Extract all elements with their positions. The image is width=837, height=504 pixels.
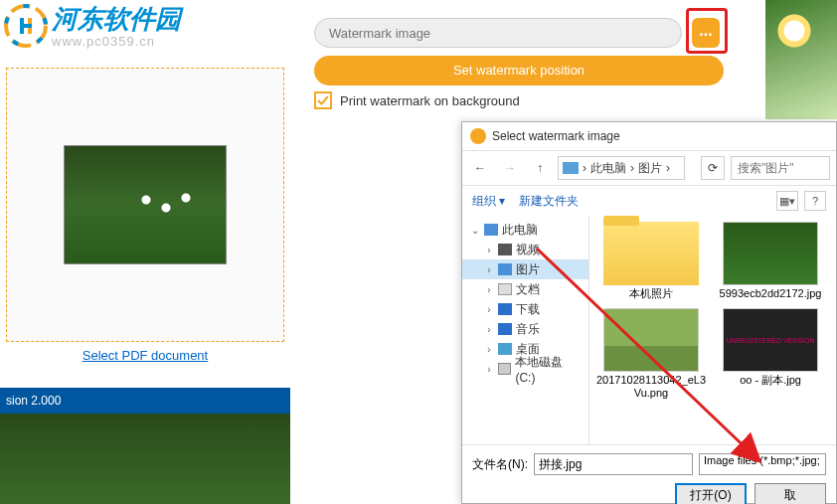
- view-mode-button[interactable]: ▦▾: [776, 191, 798, 211]
- breadcrumb-sep: ›: [583, 161, 586, 175]
- breadcrumb-sep: ›: [630, 161, 634, 175]
- file-item[interactable]: UNREGISTERED VERSION oo - 副本.jpg: [715, 308, 826, 400]
- tree-disk-c[interactable]: ›本地磁盘 (C:): [462, 359, 588, 379]
- tree-pictures[interactable]: ›图片: [462, 259, 588, 279]
- svg-rect-4: [20, 24, 32, 28]
- dialog-title: Select watermark image: [492, 129, 620, 143]
- nav-forward-button[interactable]: →: [498, 156, 522, 180]
- filetype-filter[interactable]: Image files (*.bmp;*.jpg;: [699, 453, 826, 475]
- tree-music[interactable]: ›音乐: [462, 319, 588, 339]
- drive-icon: [563, 162, 579, 174]
- dialog-titlebar: Select watermark image: [462, 122, 836, 150]
- tree-thispc[interactable]: ⌄此电脑: [462, 220, 588, 240]
- nav-up-button[interactable]: ↑: [528, 156, 552, 180]
- logo-text: 河东软件园: [52, 2, 181, 37]
- print-background-label: Print watermark on background: [340, 93, 520, 108]
- nav-path-bar[interactable]: › 此电脑 › 图片 ›: [558, 156, 685, 180]
- dialog-nav: ← → ↑ › 此电脑 › 图片 › ⟳: [462, 150, 836, 186]
- right-background: [765, 0, 837, 119]
- logo-url: www.pc0359.cn: [52, 34, 155, 49]
- tree-downloads[interactable]: ›下载: [462, 299, 588, 319]
- version-bar: sion 2.000: [0, 388, 290, 414]
- print-background-checkbox[interactable]: [314, 91, 332, 109]
- dialog-icon: [470, 128, 486, 144]
- image-thumbnail: UNREGISTERED VERSION: [723, 308, 818, 372]
- cancel-button[interactable]: 取: [754, 483, 826, 504]
- breadcrumb-folder[interactable]: 图片: [638, 160, 662, 177]
- file-item[interactable]: 20171028113042_eL3Vu.png: [595, 308, 707, 400]
- select-pdf-link[interactable]: Select PDF document: [83, 348, 208, 363]
- nav-refresh-button[interactable]: ⟳: [701, 156, 725, 180]
- pdf-thumbnail: [64, 145, 227, 264]
- toolbar-organize[interactable]: 组织 ▾: [472, 193, 505, 210]
- folder-icon: [603, 222, 699, 285]
- folder-tree: ⌄此电脑 ›视频 ›图片 ›文档 ›下载 ›音乐 ›桌面 ›本地磁盘 (C:): [462, 216, 589, 444]
- nav-search-input[interactable]: [731, 156, 830, 180]
- file-item[interactable]: 5993ecb2dd2172.jpg: [715, 222, 826, 300]
- open-button[interactable]: 打开(O): [675, 483, 747, 504]
- filename-label: 文件名(N):: [472, 456, 528, 473]
- breadcrumb-sep: ›: [666, 161, 670, 175]
- tree-docs[interactable]: ›文档: [462, 279, 588, 299]
- dialog-toolbar: 组织 ▾ 新建文件夹 ▦▾ ?: [462, 186, 836, 216]
- browse-watermark-button[interactable]: ...: [692, 18, 720, 48]
- background-strip: [0, 414, 290, 504]
- dialog-bottom: 文件名(N): Image files (*.bmp;*.jpg; 打开(O) …: [462, 444, 836, 504]
- tree-video[interactable]: ›视频: [462, 240, 588, 259]
- help-button[interactable]: ?: [804, 191, 826, 211]
- image-thumbnail: [603, 308, 699, 372]
- file-item-folder[interactable]: 本机照片: [595, 222, 707, 300]
- site-logo: 河东软件园 www.pc0359.cn: [0, 0, 209, 60]
- logo-icon: [4, 4, 48, 48]
- watermark-image-input[interactable]: [314, 18, 682, 48]
- breadcrumb-root[interactable]: 此电脑: [590, 160, 626, 177]
- nav-back-button[interactable]: ←: [468, 156, 492, 180]
- file-open-dialog: Select watermark image ← → ↑ › 此电脑 › 图片 …: [461, 121, 837, 504]
- set-watermark-position-button[interactable]: Set watermark position: [314, 56, 724, 85]
- pdf-dropzone[interactable]: [6, 68, 284, 342]
- filename-input[interactable]: [534, 453, 693, 475]
- file-list: 本机照片 5993ecb2dd2172.jpg 20171028113042_e…: [589, 216, 836, 444]
- toolbar-newfolder[interactable]: 新建文件夹: [519, 193, 579, 210]
- image-thumbnail: [723, 222, 818, 285]
